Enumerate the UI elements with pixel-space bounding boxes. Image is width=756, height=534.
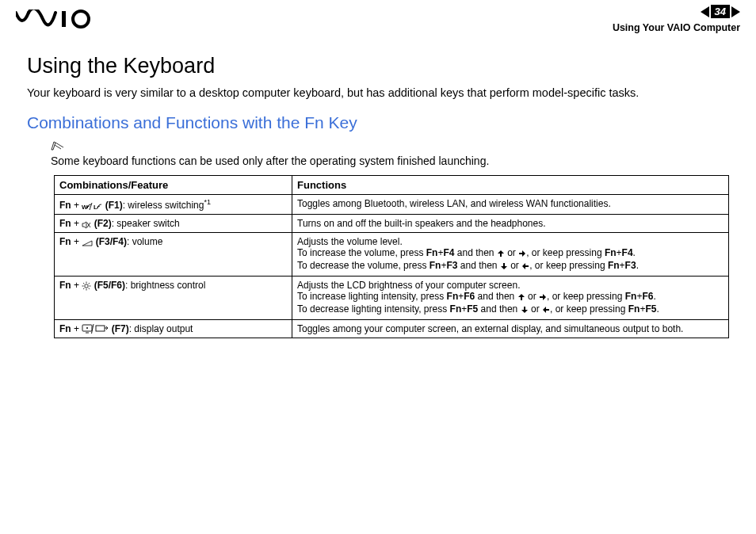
prev-page-icon[interactable]: [701, 6, 709, 17]
col-functions: Functions: [292, 175, 729, 194]
arrow-up-icon: [517, 292, 525, 303]
volume-icon: [82, 236, 93, 247]
brightness-icon: [82, 280, 91, 291]
arrow-up-icon: [497, 249, 505, 260]
speaker-icon: [82, 218, 91, 229]
func-cell: Toggles among your computer screen, an e…: [292, 319, 729, 338]
svg-point-7: [85, 284, 88, 287]
combo-cell: Fn + WL (F1): wireless switching*1: [55, 194, 292, 214]
page-navigator: 34: [701, 5, 740, 18]
page-number: 34: [711, 5, 730, 18]
arrow-left-icon: [521, 261, 529, 273]
svg-point-1: [73, 11, 89, 27]
svg-line-14: [83, 288, 84, 288]
page: 34 Using Your VAIO Computer Using the Ke…: [0, 0, 756, 534]
note-text: Some keyboard functions can be used only…: [51, 154, 729, 167]
svg-line-15: [89, 283, 90, 284]
table-row: Fn + (F7): display output Toggles among …: [55, 319, 729, 338]
svg-line-13: [89, 288, 90, 288]
arrow-right-icon: [518, 249, 526, 260]
note-icon: [51, 140, 729, 154]
fn-key-table: Combinations/Feature Functions Fn + WL (…: [54, 175, 729, 338]
arrow-down-icon: [521, 305, 529, 316]
func-cell: Toggles among Bluetooth, wireless LAN, a…: [292, 194, 729, 214]
table-row: Fn + (F5/F6): brightness control Adjusts…: [55, 276, 729, 319]
display-output-icon: [82, 323, 109, 334]
content: Using the Keyboard Your keyboard is very…: [0, 33, 756, 338]
func-cell: Adjusts the LCD brightness of your compu…: [292, 276, 729, 319]
svg-rect-0: [62, 11, 66, 27]
section-name: Using Your VAIO Computer: [613, 22, 740, 33]
intro-text: Your keyboard is very similar to a deskt…: [27, 86, 729, 99]
svg-point-17: [86, 327, 88, 329]
svg-text:L: L: [94, 204, 97, 211]
combo-cell: Fn + (F7): display output: [55, 319, 292, 338]
wireless-icon: WL: [82, 200, 102, 211]
table-row: Fn + WL (F1): wireless switching*1 Toggl…: [55, 194, 729, 214]
combo-cell: Fn + (F3/F4): volume: [55, 232, 292, 276]
note: Some keyboard functions can be used only…: [27, 140, 729, 167]
svg-rect-20: [96, 326, 105, 331]
arrow-left-icon: [542, 305, 550, 316]
col-combinations: Combinations/Feature: [55, 175, 292, 194]
header: 34 Using Your VAIO Computer: [0, 0, 756, 33]
table-row: Fn + (F3/F4): volume Adjusts the volume …: [55, 232, 729, 276]
svg-line-12: [83, 283, 84, 284]
combo-cell: Fn + (F5/F6): brightness control: [55, 276, 292, 319]
table-header-row: Combinations/Feature Functions: [55, 175, 729, 194]
header-right: 34 Using Your VAIO Computer: [613, 5, 740, 33]
func-cell: Turns on and off the built-in speakers a…: [292, 214, 729, 232]
combo-cell: Fn + (F2): speaker switch: [55, 214, 292, 232]
page-title: Using the Keyboard: [27, 54, 729, 78]
func-cell: Adjusts the volume level. To increase th…: [292, 232, 729, 276]
vaio-logo: [16, 10, 103, 32]
section-heading: Combinations and Functions with the Fn K…: [27, 113, 729, 132]
arrow-right-icon: [539, 292, 547, 303]
table-row: Fn + (F2): speaker switch Turns on and o…: [55, 214, 729, 232]
arrow-down-icon: [500, 261, 508, 273]
next-page-icon[interactable]: [731, 6, 740, 17]
svg-line-3: [90, 203, 92, 210]
